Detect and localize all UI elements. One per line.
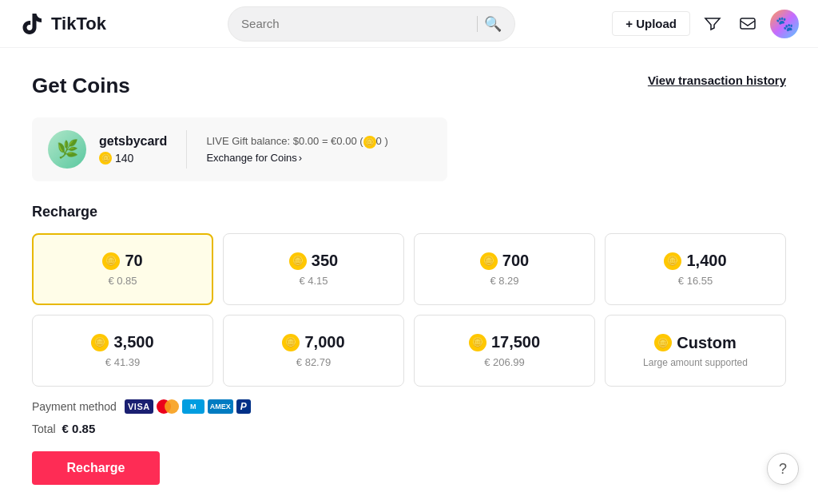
coin-price-pkg-17500: € 206.99 <box>484 356 525 368</box>
coin-balance: 🪙 140 <box>99 152 167 165</box>
coin-price-pkg-350: € 4.15 <box>299 275 328 287</box>
coin-price-pkg-7000: € 82.79 <box>296 356 331 368</box>
coin-card-pkg-7000[interactable]: 🪙7,000€ 82.79 <box>223 315 404 387</box>
recharge-label: Recharge <box>32 204 786 220</box>
recharge-button[interactable]: Recharge <box>32 451 160 485</box>
coin-card-pkg-700[interactable]: 🪙700€ 8.29 <box>414 233 595 305</box>
coin-icon-pkg-1400: 🪙 <box>664 252 681 270</box>
coin-price-pkg-700: € 8.29 <box>490 275 518 287</box>
coin-amount-pkg-700: 700 <box>502 252 529 270</box>
coin-grid: 🪙70€ 0.85🪙350€ 4.15🪙700€ 8.29🪙1,400€ 16.… <box>32 233 786 387</box>
maestro-icon: M <box>182 399 204 414</box>
main-content: Get Coins View transaction history 🌿 get… <box>0 48 818 504</box>
exchange-link[interactable]: Exchange for Coins › <box>206 152 387 164</box>
coin-amount-row-pkg-3500: 🪙3,500 <box>91 333 153 351</box>
total-row: Total € 0.85 <box>32 422 786 435</box>
mastercard-icon <box>157 399 179 414</box>
coin-card-pkg-1400[interactable]: 🪙1,400€ 16.55 <box>605 233 786 305</box>
coin-amount-pkg-350: 350 <box>312 252 338 270</box>
coin-icon-pkg-350: 🪙 <box>289 252 307 270</box>
live-balance-text: LIVE Gift balance: $0.00 = €0.00 (🪙0 ) <box>206 135 387 149</box>
coin-amount-row-pkg-7000: 🪙7,000 <box>282 333 344 351</box>
header: TikTok 🔍 + Upload 🐾 <box>0 0 818 48</box>
coin-amount-row-pkg-17500: 🪙17,500 <box>469 333 540 351</box>
coin-icon-small: 🪙 <box>99 152 112 165</box>
coin-icon-live: 🪙 <box>363 136 376 149</box>
search-icon[interactable]: 🔍 <box>484 15 502 33</box>
coin-icon-pkg-7000: 🪙 <box>282 334 300 351</box>
payment-method-label: Payment method <box>32 400 117 413</box>
help-button[interactable]: ? <box>767 453 799 485</box>
exchange-label: Exchange for Coins <box>206 152 296 164</box>
page-header: Get Coins View transaction history <box>32 73 786 98</box>
coin-amount-pkg-custom: Custom <box>677 334 736 352</box>
search-bar: 🔍 <box>131 6 612 42</box>
user-card: 🌿 getsbycard 🪙 140 LIVE Gift balance: $0… <box>32 117 447 181</box>
page-title: Get Coins <box>32 73 130 98</box>
tiktok-logo-icon <box>19 11 45 37</box>
user-info: getsbycard 🪙 140 <box>99 134 167 165</box>
paypal-icon: P <box>236 399 251 414</box>
coin-amount-row-pkg-1400: 🪙1,400 <box>664 252 726 270</box>
coin-amount-pkg-70: 70 <box>125 252 142 270</box>
coin-amount-row-pkg-custom: 🪙Custom <box>654 334 736 352</box>
filter-icon[interactable] <box>700 11 725 37</box>
coin-icon-pkg-3500: 🪙 <box>91 334 109 351</box>
avatar[interactable]: 🐾 <box>770 10 799 38</box>
coin-amount-pkg-1400: 1,400 <box>686 252 726 270</box>
coin-card-pkg-350[interactable]: 🪙350€ 4.15 <box>223 233 404 305</box>
coin-sublabel-pkg-custom: Large amount supported <box>643 357 748 368</box>
coin-card-pkg-17500[interactable]: 🪙17,500€ 206.99 <box>414 315 595 387</box>
coin-price-pkg-70: € 0.85 <box>108 275 137 287</box>
coin-icon-pkg-70: 🪙 <box>102 252 120 270</box>
svg-rect-0 <box>741 18 755 29</box>
coin-balance-value: 140 <box>115 152 133 165</box>
search-input[interactable] <box>241 17 471 30</box>
amex-icon: AMEX <box>208 399 233 414</box>
coin-card-pkg-custom[interactable]: 🪙CustomLarge amount supported <box>605 315 786 387</box>
coin-amount-pkg-17500: 17,500 <box>491 333 540 351</box>
visa-icon: VISA <box>125 399 153 414</box>
balance-info: LIVE Gift balance: $0.00 = €0.00 (🪙0 ) E… <box>206 135 387 164</box>
coin-amount-row-pkg-350: 🪙350 <box>289 252 338 270</box>
total-amount: € 0.85 <box>62 422 96 435</box>
logo-area: TikTok <box>19 11 131 37</box>
search-divider <box>477 16 478 32</box>
card-divider <box>186 130 187 169</box>
logo-text: TikTok <box>51 14 106 34</box>
payment-method-row: Payment method VISA M AMEX P <box>32 399 786 414</box>
coin-card-pkg-70[interactable]: 🪙70€ 0.85 <box>32 233 213 305</box>
username: getsbycard <box>99 134 167 149</box>
coin-card-pkg-3500[interactable]: 🪙3,500€ 41.39 <box>32 315 213 387</box>
exchange-chevron: › <box>299 152 302 164</box>
coin-amount-pkg-3500: 3,500 <box>113 333 153 351</box>
coin-icon-pkg-custom: 🪙 <box>654 334 672 351</box>
payment-icons: VISA M AMEX P <box>125 399 251 414</box>
coin-price-pkg-3500: € 41.39 <box>105 356 140 368</box>
coin-amount-row-pkg-70: 🪙70 <box>102 252 142 270</box>
user-avatar: 🌿 <box>48 130 86 169</box>
upload-button[interactable]: + Upload <box>612 11 690 36</box>
view-history-link[interactable]: View transaction history <box>648 73 786 87</box>
coin-icon-pkg-700: 🪙 <box>480 252 498 270</box>
total-label: Total <box>32 423 56 435</box>
coin-price-pkg-1400: € 16.55 <box>678 275 713 287</box>
coin-amount-pkg-7000: 7,000 <box>304 333 344 351</box>
message-icon[interactable] <box>735 11 760 37</box>
coin-amount-row-pkg-700: 🪙700 <box>480 252 529 270</box>
search-input-wrap[interactable]: 🔍 <box>228 6 515 42</box>
recharge-section: Recharge 🪙70€ 0.85🪙350€ 4.15🪙700€ 8.29🪙1… <box>32 204 786 387</box>
coin-icon-pkg-17500: 🪙 <box>469 334 486 351</box>
header-actions: + Upload 🐾 <box>612 10 799 38</box>
